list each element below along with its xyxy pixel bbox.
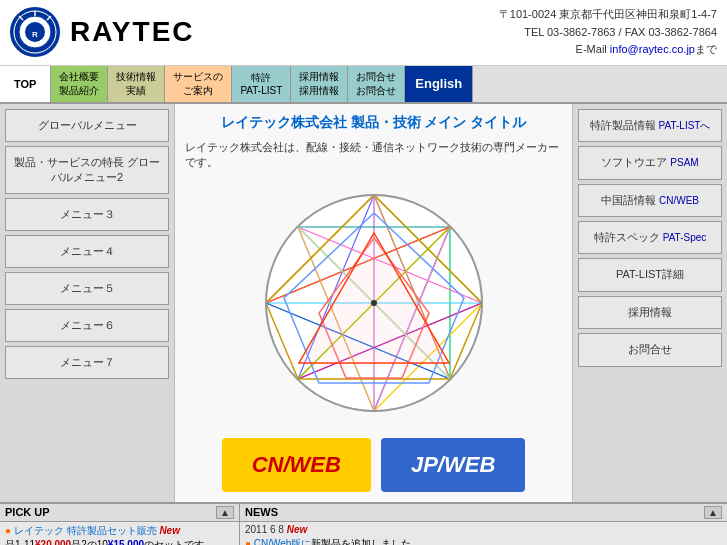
page-header: R RAYTEC 〒101-0024 東京都千代田区神田和泉町1-4-7 TEL… (0, 0, 727, 66)
nav-patent[interactable]: 特許 PAT-LIST (232, 66, 291, 102)
news-scroll-up[interactable]: ▲ (704, 506, 722, 519)
pickup-new-1: New (159, 525, 180, 536)
news-link-1[interactable]: CN/Web版に (254, 538, 312, 545)
cta-buttons: CN/WEB JP/WEB (222, 438, 526, 492)
news-header: NEWS ▲ (240, 504, 727, 522)
news-panel: NEWS ▲ 2011 6 8 New ● CN/Web版に新製品を追加しました… (240, 504, 727, 545)
left-btn-4[interactable]: メニュー４ (5, 235, 169, 268)
nav-company[interactable]: 会社概要 製品紹介 (51, 66, 108, 102)
center-description: レイテック株式会社は、配線・接続・通信ネットワーク技術の専門メーカーです。 (185, 140, 562, 170)
pickup-item-2: 品1-11¥20,000品2の10¥15,000のセットです (5, 538, 234, 545)
news-new-1: New (287, 524, 308, 535)
jp-web-button[interactable]: JP/WEB (381, 438, 525, 492)
company-logo: R (10, 7, 60, 57)
right-btn-contact[interactable]: お問合せ (578, 333, 722, 366)
right-btn-recruit[interactable]: 採用情報 (578, 296, 722, 329)
right-btn-patspec[interactable]: 特許スペック PAT-Spec (578, 221, 722, 254)
pickup-link-1[interactable]: レイテック 特許製品セット販売 (14, 525, 157, 536)
center-content: レイテック株式会社 製品・技術 メイン タイトル レイテック株式会社は、配線・接… (175, 104, 572, 502)
svg-text:R: R (32, 30, 38, 39)
main-content: グローバルメニュー 製品・サービスの特長 グローバルメニュー2 メニュー３ メニ… (0, 104, 727, 502)
pickup-item-1: ● レイテック 特許製品セット販売 New (5, 524, 234, 538)
left-btn-1[interactable]: グローバルメニュー (5, 109, 169, 142)
left-btn-7[interactable]: メニュー７ (5, 346, 169, 379)
nav-recruit[interactable]: 採用情報 採用情報 (291, 66, 348, 102)
news-item-1: 2011 6 8 New (245, 524, 722, 535)
nav-english[interactable]: English (405, 66, 473, 102)
cn-web-button[interactable]: CN/WEB (222, 438, 371, 492)
email-line: E-Mail info@raytec.co.jpまで (499, 41, 717, 59)
left-btn-6[interactable]: メニュー６ (5, 309, 169, 342)
pickup-body: ● レイテック 特許製品セット販売 New 品1-11¥20,000品2の10¥… (0, 522, 239, 545)
pickup-arrow-1: ● (5, 525, 11, 536)
center-title: レイテック株式会社 製品・技術 メイン タイトル (221, 114, 527, 132)
right-btn-patlist[interactable]: PAT-LIST詳細 (578, 258, 722, 291)
email-link[interactable]: info@raytec.co.jp (610, 43, 695, 55)
sidebar-right: 特許製品情報 PAT-LISTへ ソフトウエア PSAM 中国語情報 CN/WE… (572, 104, 727, 502)
pickup-header: PICK UP ▲ (0, 504, 239, 522)
nav-tech[interactable]: 技術情報 実績 (108, 66, 165, 102)
nav-service[interactable]: サービスの ご案内 (165, 66, 232, 102)
phone-fax: TEL 03-3862-7863 / FAX 03-3862-7864 (499, 24, 717, 42)
nav-top[interactable]: TOP (0, 66, 51, 102)
bottom-panels: PICK UP ▲ ● レイテック 特許製品セット販売 New 品1-11¥20… (0, 502, 727, 545)
news-body: 2011 6 8 New ● CN/Web版に新製品を追加しました。 2011 … (240, 522, 727, 545)
right-btn-cn[interactable]: 中国語情報 CN/WEB (578, 184, 722, 217)
nav-contact[interactable]: お問合せ お問合せ (348, 66, 405, 102)
left-btn-3[interactable]: メニュー３ (5, 198, 169, 231)
news-item-1-detail: ● CN/Web版に新製品を追加しました。 (245, 537, 722, 545)
pickup-scroll-up[interactable]: ▲ (216, 506, 234, 519)
diagram (254, 183, 494, 423)
right-btn-psam[interactable]: ソフトウエア PSAM (578, 146, 722, 179)
right-btn-patent-info[interactable]: 特許製品情報 PAT-LISTへ (578, 109, 722, 142)
pickup-panel: PICK UP ▲ ● レイテック 特許製品セット販売 New 品1-11¥20… (0, 504, 240, 545)
address-line1: 〒101-0024 東京都千代田区神田和泉町1-4-7 (499, 6, 717, 24)
contact-info: 〒101-0024 東京都千代田区神田和泉町1-4-7 TEL 03-3862-… (499, 6, 717, 59)
left-btn-5[interactable]: メニュー５ (5, 272, 169, 305)
company-name-text: RAYTEC (70, 16, 195, 48)
left-btn-2[interactable]: 製品・サービスの特長 グローバルメニュー2 (5, 146, 169, 194)
logo-area: R RAYTEC (10, 7, 195, 57)
main-nav: TOP 会社概要 製品紹介 技術情報 実績 サービスの ご案内 特許 PAT-L… (0, 66, 727, 104)
svg-point-38 (371, 300, 377, 306)
sidebar-left: グローバルメニュー 製品・サービスの特長 グローバルメニュー2 メニュー３ メニ… (0, 104, 175, 502)
